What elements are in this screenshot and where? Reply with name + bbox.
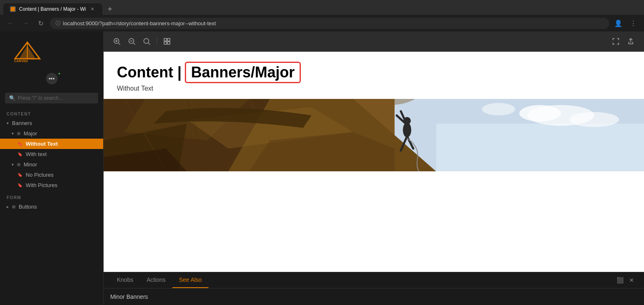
svg-rect-21 <box>436 124 644 171</box>
bookmark-icon-without-text: 🔖 <box>17 142 22 146</box>
svg-rect-17 <box>167 38 170 41</box>
svg-point-24 <box>569 112 619 127</box>
banner-image <box>104 99 644 171</box>
sidebar-item-buttons-label: Buttons <box>19 204 37 210</box>
story-title-highlighted: Banners/Major <box>185 62 301 83</box>
story-title-row: Content | Banners/Major <box>117 62 631 83</box>
sidebar-item-major[interactable]: ▾ ⊞ Major <box>0 128 103 139</box>
grid-icon-minor: ⊞ <box>17 162 20 167</box>
content-section-label: CONTENT <box>0 107 103 118</box>
zoom-in-button[interactable] <box>110 35 123 48</box>
grid-icon-buttons: ⊞ <box>12 204 15 209</box>
zoom-out-button[interactable] <box>125 35 138 48</box>
tab-actions[interactable]: Actions <box>140 272 172 288</box>
content-frame: Content | Banners/Major Without Text <box>104 52 644 272</box>
sidebar-item-with-text[interactable]: 🔖 With text <box>0 149 103 159</box>
lock-icon: ⓘ <box>56 20 61 27</box>
sidebar-item-buttons[interactable]: ▸ ⊞ Buttons <box>0 202 103 212</box>
chevron-down-icon-minor: ▾ <box>12 162 14 167</box>
url-bar[interactable]: ⓘ localhost:9000/?path=/story/content-ba… <box>50 18 609 29</box>
sidebar-item-minor[interactable]: ▾ ⊞ Minor <box>0 159 103 170</box>
bottom-panel: Knobs Actions See Also ⬛ ✕ Minor Banners <box>104 272 644 305</box>
tab-title: Content | Banners / Major - Wi <box>19 6 86 12</box>
logo-image: CARVED ROCK FITNESS <box>7 38 48 63</box>
svg-line-12 <box>133 43 135 45</box>
share-button[interactable] <box>624 35 637 48</box>
bottom-content: Minor Banners <box>104 288 644 305</box>
extension-button[interactable]: 👤 <box>613 17 624 29</box>
sidebar-item-with-text-label: With text <box>26 151 47 157</box>
grid-view-button[interactable] <box>160 35 174 48</box>
sidebar-item-banners-label: Banners <box>12 120 32 126</box>
back-button[interactable]: ← <box>5 17 17 29</box>
bookmark-icon-no-pictures: 🔖 <box>17 173 22 177</box>
toolbar-divider <box>157 37 157 46</box>
svg-rect-18 <box>164 42 167 44</box>
sidebar-item-with-pictures-label: With Pictures <box>26 182 58 188</box>
svg-text:CARVED: CARVED <box>14 59 28 63</box>
svg-rect-0 <box>11 7 15 11</box>
browser-chrome: Content | Banners / Major - Wi ✕ + ← → ↻… <box>0 0 644 31</box>
search-placeholder-text: Press "/" to search... <box>18 95 63 101</box>
tab-favicon <box>10 6 16 12</box>
online-status-dot <box>58 72 61 75</box>
search-box[interactable]: 🔍 Press "/" to search... <box>5 93 98 103</box>
panel-close-button[interactable]: ✕ <box>626 274 637 286</box>
svg-rect-16 <box>164 38 167 41</box>
zoom-reset-button[interactable] <box>140 35 153 48</box>
svg-point-25 <box>482 103 515 115</box>
more-menu-button[interactable]: ⋮ <box>627 17 639 29</box>
chevron-right-icon-buttons: ▸ <box>7 204 9 209</box>
toolbar <box>104 31 644 52</box>
sidebar-item-major-label: Major <box>24 130 37 137</box>
svg-point-14 <box>144 38 149 43</box>
more-dots-icon: ••• <box>46 73 58 84</box>
bookmark-icon-with-pictures: 🔖 <box>17 183 22 187</box>
sidebar-item-banners[interactable]: ▾ Banners <box>0 118 103 128</box>
svg-line-15 <box>148 43 150 45</box>
url-text: localhost:9000/?path=/story/content-bann… <box>63 20 216 26</box>
svg-line-8 <box>119 43 120 45</box>
tab-bar: Content | Banners / Major - Wi ✕ + <box>0 0 644 15</box>
bottom-tabs: Knobs Actions See Also ⬛ ✕ <box>104 272 644 288</box>
sidebar-item-no-pictures[interactable]: 🔖 No Pictures <box>0 170 103 180</box>
form-section-label: FORM <box>0 190 103 202</box>
sidebar-logo: CARVED ROCK FITNESS <box>0 31 103 71</box>
address-bar: ← → ↻ ⓘ localhost:9000/?path=/story/cont… <box>0 15 644 31</box>
sidebar-item-without-text-label: Without Text <box>26 141 58 147</box>
story-subtitle: Without Text <box>117 85 631 92</box>
reload-button[interactable]: ↻ <box>35 17 46 29</box>
search-icon: 🔍 <box>9 95 15 101</box>
bookmark-icon-with-text: 🔖 <box>17 152 22 156</box>
grid-icon-major: ⊞ <box>17 131 20 136</box>
story-preview: Content | Banners/Major Without Text <box>104 52 644 272</box>
more-options-button[interactable]: ••• <box>41 71 63 86</box>
sidebar-item-no-pictures-label: No Pictures <box>26 172 53 178</box>
new-tab-button[interactable]: + <box>104 3 116 15</box>
panel-resize-button[interactable]: ⬛ <box>614 274 626 286</box>
story-header: Content | Banners/Major Without Text <box>104 52 644 99</box>
chevron-down-icon-major: ▾ <box>12 131 14 136</box>
main-area: Content | Banners/Major Without Text <box>104 31 644 305</box>
sidebar: CARVED ROCK FITNESS ••• 🔍 Press "/" to s… <box>0 31 104 305</box>
forward-button[interactable]: → <box>20 17 31 29</box>
story-title-plain: Content | <box>117 64 182 81</box>
sidebar-item-with-pictures[interactable]: 🔖 With Pictures <box>0 180 103 190</box>
svg-point-23 <box>519 105 561 122</box>
tab-see-also[interactable]: See Also <box>172 272 208 288</box>
svg-rect-19 <box>167 42 170 44</box>
tab-close-button[interactable]: ✕ <box>89 6 96 12</box>
tab-knobs[interactable]: Knobs <box>110 272 140 288</box>
sidebar-item-minor-label: Minor <box>24 161 37 168</box>
fullscreen-button[interactable] <box>609 35 622 48</box>
active-tab[interactable]: Content | Banners / Major - Wi ✕ <box>3 3 102 15</box>
chevron-down-icon: ▾ <box>7 121 9 125</box>
sidebar-item-without-text[interactable]: 🔖 Without Text <box>0 139 103 149</box>
see-also-link[interactable]: Minor Banners <box>110 293 148 300</box>
app-container: CARVED ROCK FITNESS ••• 🔍 Press "/" to s… <box>0 31 644 305</box>
